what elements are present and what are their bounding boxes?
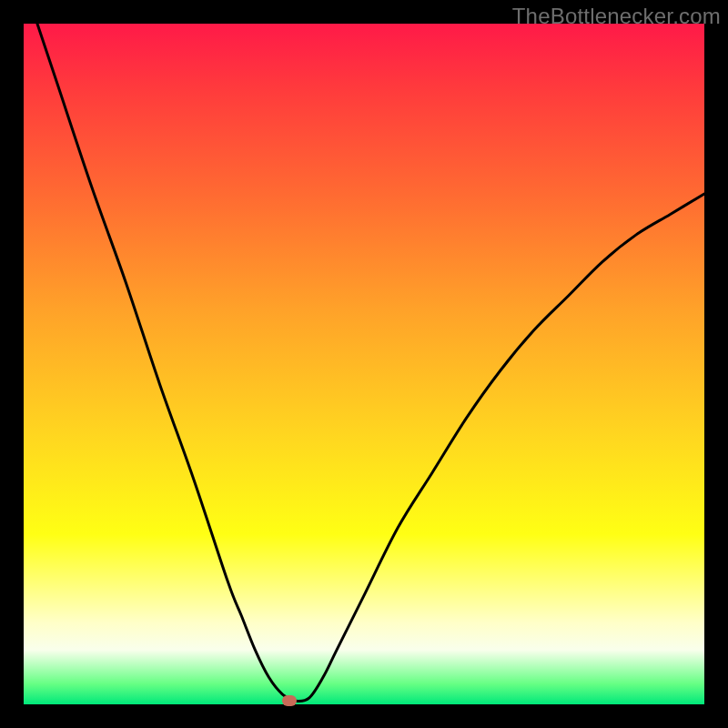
watermark-text: TheBottlenecker.com (512, 4, 721, 29)
bottleneck-chart (24, 24, 704, 704)
optimal-point-marker (282, 695, 297, 706)
bottleneck-curve-path (37, 24, 704, 702)
